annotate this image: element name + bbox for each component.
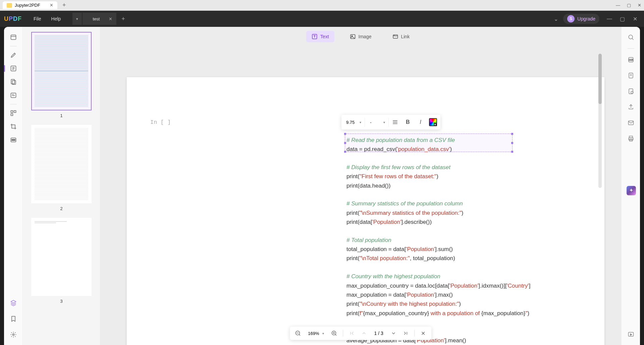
svg-rect-5 <box>11 111 13 113</box>
resize-handle[interactable] <box>344 150 346 153</box>
menu-file[interactable]: File <box>29 16 46 21</box>
redact-icon[interactable] <box>8 135 19 145</box>
os-window-controls: — ▢ ✕ <box>616 3 641 8</box>
upgrade-button[interactable]: S Upgrade <box>563 14 599 24</box>
italic-button[interactable]: I <box>414 116 427 128</box>
print-icon[interactable] <box>626 133 636 144</box>
resize-handle[interactable] <box>344 133 346 135</box>
left-rail-bottom <box>8 298 19 340</box>
page-tools-icon[interactable] <box>8 77 19 87</box>
link-tool-icon <box>392 34 398 40</box>
current-page: 1 <box>374 331 377 336</box>
app-window-controls: — ▢ ✕ <box>604 14 640 24</box>
chevron-down-icon[interactable]: ⌄ <box>554 16 558 22</box>
main-document-area: Text Image Link In [ ] 9.75 ▾ <box>100 27 621 345</box>
resize-handle[interactable] <box>344 142 346 144</box>
os-minimize-icon[interactable]: — <box>616 3 620 8</box>
os-titlebar: Jupyter2PDF ✕ + — ▢ ✕ <box>0 0 644 11</box>
svg-text:OCR: OCR <box>628 59 633 61</box>
zoom-out-button[interactable] <box>293 329 303 338</box>
image-tool-button[interactable]: Image <box>344 31 377 42</box>
thumbnail-label: 3 <box>31 299 92 304</box>
text-tool-icon <box>312 34 318 40</box>
app-minimize-icon[interactable]: — <box>604 14 614 24</box>
image-tool-label: Image <box>359 34 372 39</box>
add-tab-icon[interactable]: + <box>121 15 125 22</box>
os-new-tab-icon[interactable]: + <box>62 2 66 9</box>
resize-handle[interactable] <box>511 133 514 135</box>
search-icon[interactable] <box>626 32 636 43</box>
zoom-level-dropdown[interactable]: 169% ▾ <box>305 330 327 337</box>
organize-icon[interactable] <box>8 108 19 118</box>
os-folder-tab[interactable]: Jupyter2PDF ✕ <box>3 1 57 9</box>
right-toolbar: OCR <box>621 27 640 345</box>
document-tab-title: test <box>93 16 100 21</box>
protect-icon[interactable] <box>626 86 636 97</box>
edit-text-icon[interactable] <box>8 63 19 74</box>
align-button[interactable] <box>389 116 401 128</box>
ocr-icon[interactable]: OCR <box>626 54 636 65</box>
svg-rect-7 <box>11 114 13 116</box>
thumbnail-page-1[interactable] <box>31 32 92 110</box>
crop-icon[interactable] <box>8 121 19 132</box>
svg-point-10 <box>12 334 14 336</box>
os-maximize-icon[interactable]: ▢ <box>627 3 631 8</box>
scrollbar-thumb[interactable] <box>598 54 602 104</box>
thumbnail-page-3[interactable] <box>31 218 92 296</box>
pin-tab-icon[interactable]: ▾ <box>72 13 82 25</box>
zoom-in-button[interactable] <box>329 329 339 338</box>
code-text[interactable]: # Read the population data from a CSV fi… <box>346 136 530 345</box>
svg-rect-9 <box>12 139 15 140</box>
last-page-button[interactable] <box>401 329 410 338</box>
avatar: S <box>567 15 575 22</box>
header-right: ⌄ S Upgrade — ▢ ✕ <box>554 14 640 24</box>
page-indicator[interactable]: 1 / 3 <box>371 331 386 336</box>
email-icon[interactable] <box>626 117 636 128</box>
app-body: 1 2 3 Text Image <box>4 27 640 345</box>
thumbnail-page-2[interactable] <box>31 125 92 203</box>
reader-mode-icon[interactable] <box>8 32 19 43</box>
svg-rect-14 <box>393 35 398 39</box>
total-pages: 3 <box>381 331 383 336</box>
cell-in-label: In [ ] <box>150 119 171 126</box>
settings-icon[interactable] <box>8 329 19 340</box>
first-page-button[interactable] <box>347 329 357 338</box>
ai-assistant-icon[interactable] <box>627 186 636 195</box>
link-tool-button[interactable]: Link <box>387 31 415 42</box>
app-header: UPDF File Help ▾ test ✕ + ⌄ S Upgrade — … <box>0 11 644 27</box>
next-page-button[interactable] <box>389 329 398 338</box>
font-size-dropdown[interactable]: 9.75 ▾ <box>343 118 365 127</box>
divider <box>628 48 634 49</box>
font-family-dropdown[interactable]: - <box>365 118 388 127</box>
export-icon[interactable] <box>626 70 636 81</box>
svg-rect-2 <box>11 80 14 84</box>
font-family-value: - <box>370 120 371 125</box>
os-tab-close-icon[interactable]: ✕ <box>50 3 53 8</box>
document-tab-area: ▾ test ✕ + <box>72 13 125 25</box>
zoom-value: 169% <box>308 331 319 336</box>
close-tab-icon[interactable]: ✕ <box>109 16 112 21</box>
annotate-icon[interactable] <box>8 50 19 60</box>
document-tab[interactable]: test ✕ <box>83 13 116 25</box>
scrollbar[interactable] <box>598 54 602 188</box>
thumbnail-label: 1 <box>31 113 92 118</box>
bookmark-icon[interactable] <box>8 313 19 324</box>
thumbnails-panel: 1 2 3 <box>23 27 100 345</box>
slideshow-icon[interactable] <box>626 329 636 340</box>
app-logo[interactable]: UPDF <box>4 15 22 22</box>
share-icon[interactable] <box>626 102 636 112</box>
separator <box>414 330 415 337</box>
svg-rect-0 <box>11 35 16 39</box>
text-tool-button[interactable]: Text <box>306 31 334 42</box>
app-close-icon[interactable]: ✕ <box>630 14 640 24</box>
app-maximize-icon[interactable]: ▢ <box>617 14 627 24</box>
bold-button[interactable]: B <box>401 116 414 128</box>
text-color-picker[interactable] <box>429 118 437 126</box>
os-close-icon[interactable]: ✕ <box>638 3 641 8</box>
prev-page-button[interactable] <box>359 329 369 338</box>
menu-help[interactable]: Help <box>46 16 66 21</box>
layers-icon[interactable] <box>8 298 19 308</box>
dropdown-icon: ▾ <box>322 332 324 335</box>
form-icon[interactable] <box>8 90 19 101</box>
close-bar-button[interactable]: ✕ <box>419 329 428 338</box>
